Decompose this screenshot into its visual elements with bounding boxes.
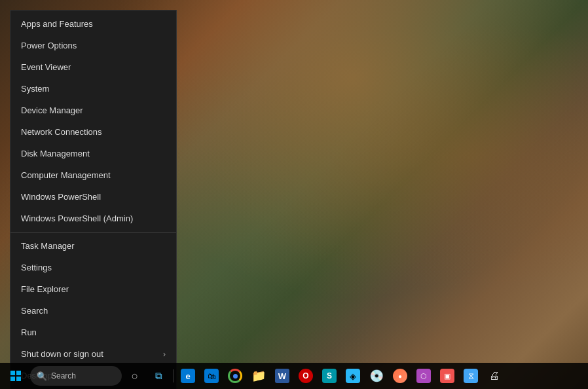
store-icon: 🛍: [204, 369, 219, 383]
taskbar-search-label: Search: [51, 371, 76, 380]
menu-item-task-manager[interactable]: Task Manager: [10, 235, 176, 257]
search-icon: 🔍: [37, 371, 47, 381]
menu-item-disk-management[interactable]: Disk Management: [10, 143, 176, 164]
menu-item-label-search: Search: [21, 306, 48, 316]
app4-icon-btn[interactable]: ⬡: [412, 363, 435, 389]
chrome-icon: [228, 369, 242, 383]
menu-item-computer-management[interactable]: Computer Management: [10, 164, 176, 186]
printer-icon: 🖨: [489, 370, 500, 382]
menu-item-label-computer-management: Computer Management: [21, 170, 111, 180]
menu-item-label-settings: Settings: [21, 263, 52, 272]
edge-icon: e: [181, 369, 195, 383]
menu-item-label-device-manager: Device Manager: [21, 105, 83, 115]
app2-icon: 💿: [369, 369, 384, 383]
stackfield-icon: S: [322, 369, 337, 383]
word-icon-btn[interactable]: W: [270, 363, 294, 389]
menu-item-shut-down-sign-out[interactable]: Shut down or sign out›: [10, 343, 176, 365]
app3-icon: ●: [393, 369, 407, 383]
menu-item-device-manager[interactable]: Device Manager: [10, 100, 176, 121]
menu-item-label-apps-features: Apps and Features: [21, 19, 93, 29]
task-view-icon: ⧉: [155, 370, 162, 382]
menu-separator: [10, 232, 176, 232]
menu-item-label-disk-management: Disk Management: [21, 149, 90, 158]
task-view-button[interactable]: ⧉: [147, 363, 170, 389]
printer-icon-btn[interactable]: 🖨: [483, 363, 506, 389]
menu-item-apps-features[interactable]: Apps and Features: [10, 13, 176, 35]
word-icon: W: [275, 369, 289, 383]
taskbar: 🔍 Search ○ ⧉ e 🛍 📁 W O S ◈ 💿 ● ⬡: [0, 363, 588, 389]
taskbar-search[interactable]: 🔍 Search: [30, 366, 122, 386]
menu-item-windows-powershell-admin[interactable]: Windows PowerShell (Admin): [10, 208, 176, 229]
chrome-icon-btn[interactable]: [223, 363, 247, 389]
app3-icon-btn[interactable]: ●: [388, 363, 412, 389]
menu-item-label-run: Run: [21, 327, 37, 337]
start-button[interactable]: [3, 363, 29, 389]
edge-icon-btn[interactable]: e: [176, 363, 200, 389]
menu-item-label-shut-down-sign-out: Shut down or sign out: [21, 349, 103, 359]
app5-icon: ▣: [440, 369, 454, 383]
menu-item-label-power-options: Power Options: [21, 41, 77, 50]
stackfield-icon-btn[interactable]: S: [318, 363, 341, 389]
menu-item-label-windows-powershell: Windows PowerShell: [21, 192, 101, 202]
menu-item-label-network-connections: Network Connections: [21, 127, 102, 137]
menu-item-power-options[interactable]: Power Options: [10, 35, 176, 56]
cortana-icon: ○: [132, 369, 139, 383]
taskbar-separator: [173, 369, 174, 382]
menu-item-system[interactable]: System: [10, 78, 176, 100]
menu-item-file-explorer[interactable]: File Explorer: [10, 278, 176, 300]
menu-item-label-system: System: [21, 84, 49, 94]
menu-item-arrow-shut-down-sign-out: ›: [163, 350, 166, 359]
windows-logo-icon: [10, 371, 21, 381]
menu-item-label-file-explorer: File Explorer: [21, 284, 69, 294]
app1-icon: ◈: [346, 369, 360, 383]
app4-icon: ⬡: [416, 369, 431, 383]
app2-icon-btn[interactable]: 💿: [365, 363, 388, 389]
app5-icon-btn[interactable]: ▣: [435, 363, 459, 389]
menu-item-windows-powershell[interactable]: Windows PowerShell: [10, 186, 176, 208]
opera-icon-btn[interactable]: O: [294, 363, 318, 389]
file-explorer-icon-btn[interactable]: 📁: [247, 363, 270, 389]
menu-item-label-windows-powershell-admin: Windows PowerShell (Admin): [21, 213, 133, 223]
menu-item-run[interactable]: Run: [10, 322, 176, 343]
app6-icon: ⧖: [464, 369, 478, 383]
menu-item-event-viewer[interactable]: Event Viewer: [10, 56, 176, 78]
context-menu: Apps and FeaturesPower OptionsEvent View…: [10, 10, 177, 389]
app1-icon-btn[interactable]: ◈: [341, 363, 365, 389]
store-icon-btn[interactable]: 🛍: [200, 363, 223, 389]
menu-item-search[interactable]: Search: [10, 300, 176, 322]
menu-item-label-task-manager: Task Manager: [21, 241, 75, 251]
cortana-button[interactable]: ○: [123, 363, 147, 389]
file-explorer-icon: 📁: [251, 369, 266, 383]
menu-item-label-event-viewer: Event Viewer: [21, 62, 71, 72]
menu-item-settings[interactable]: Settings: [10, 257, 176, 278]
app6-icon-btn[interactable]: ⧖: [459, 363, 483, 389]
opera-icon: O: [299, 369, 313, 383]
menu-item-network-connections[interactable]: Network Connections: [10, 121, 176, 143]
